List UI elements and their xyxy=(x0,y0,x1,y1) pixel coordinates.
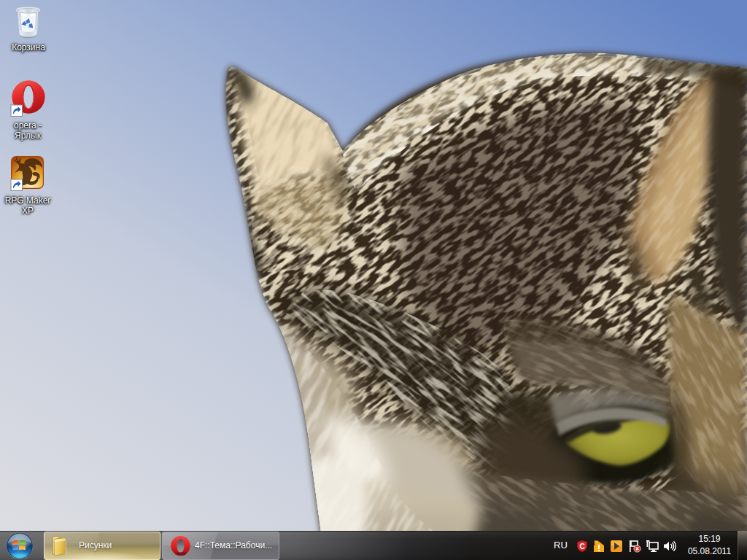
svg-text:C: C xyxy=(579,542,584,551)
